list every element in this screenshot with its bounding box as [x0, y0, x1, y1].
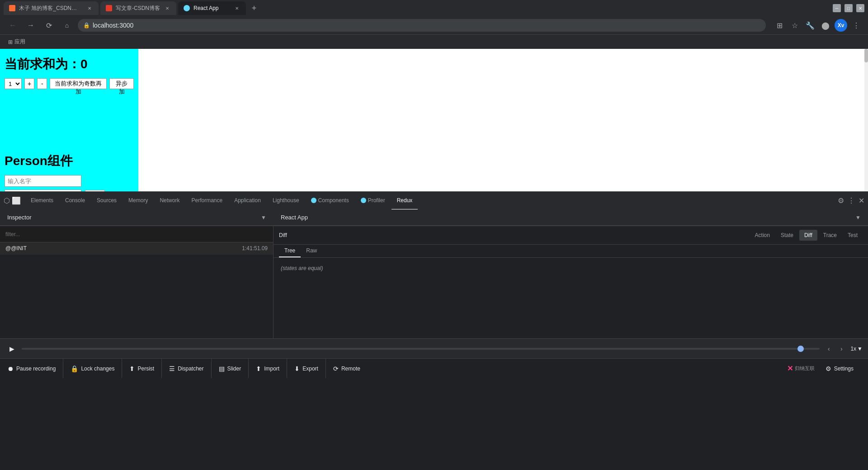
- persist-icon: ⬆: [129, 365, 135, 372]
- tab-application[interactable]: Application: [229, 192, 266, 210]
- counter-controls: 1 + - 当前求和为奇数再加 异步加: [5, 78, 134, 89]
- action-item-init[interactable]: @@INIT 1:41:51.09: [0, 242, 273, 255]
- inspector-title: Inspector: [7, 214, 31, 221]
- lock-changes-control[interactable]: 🔒 Lock changes: [63, 359, 122, 378]
- url-bar[interactable]: 🔒 localhost:3000: [78, 19, 766, 32]
- tab-csdn-blog[interactable]: 木子 旭的博客_CSDN博客-reac ✕: [4, 1, 99, 15]
- prev-button[interactable]: ‹: [823, 343, 834, 354]
- extension-button[interactable]: 🔧: [804, 19, 816, 32]
- slider-control[interactable]: ▤ Slider: [212, 359, 249, 378]
- more-icon[interactable]: ⋮: [848, 196, 855, 205]
- persist-control[interactable]: ⬆ Persist: [122, 359, 162, 378]
- filter-input[interactable]: [0, 226, 273, 242]
- r-tab-trace[interactable]: Trace: [818, 230, 842, 241]
- tab3-close[interactable]: ✕: [233, 5, 241, 12]
- age-input[interactable]: [5, 190, 81, 191]
- pause-recording-control[interactable]: ⏺ Pause recording: [7, 359, 63, 378]
- r-tab-state[interactable]: State: [776, 230, 798, 241]
- bookmark-apps[interactable]: ⊞ 应用: [5, 37, 28, 47]
- redux-action-list-panel: @@INIT 1:41:51.09: [0, 226, 274, 338]
- react-icon: [311, 198, 316, 203]
- settings-control[interactable]: ⚙ Settings: [818, 365, 861, 372]
- tab-lighthouse[interactable]: Lighthouse: [267, 192, 305, 210]
- tab-sources[interactable]: Sources: [91, 192, 122, 210]
- tab-console[interactable]: Console: [60, 192, 90, 210]
- minimize-button[interactable]: ─: [833, 4, 841, 12]
- reload-button[interactable]: ⟳: [42, 18, 56, 33]
- new-tab-button[interactable]: +: [248, 2, 260, 14]
- tab-write-blog[interactable]: 写文章-CSDN博客 ✕: [100, 1, 176, 15]
- r-tab-test[interactable]: Test: [843, 230, 863, 241]
- tab2-favicon: [106, 5, 112, 11]
- tab2-close[interactable]: ✕: [164, 5, 171, 12]
- tab-network[interactable]: Network: [154, 192, 185, 210]
- add-person-button[interactable]: 添加: [85, 190, 105, 192]
- remote-control[interactable]: ⟳ Remote: [326, 359, 368, 378]
- profile-button[interactable]: Xv: [835, 19, 847, 32]
- tab-react-app[interactable]: React App ✕: [178, 1, 246, 15]
- scrollbar[interactable]: [864, 49, 868, 191]
- r-tab-action[interactable]: Action: [750, 230, 775, 241]
- inspector-dropdown-icon[interactable]: ▼: [261, 214, 266, 221]
- dispatcher-label: Dispatcher: [178, 366, 203, 372]
- tab1-label: 木子 旭的博客_CSDN博客-reac: [19, 5, 82, 12]
- timeline-track[interactable]: [22, 348, 820, 350]
- tab-redux[interactable]: Redux: [392, 192, 418, 210]
- persist-label: Persist: [137, 366, 154, 372]
- c-tab-tree[interactable]: Tree: [279, 245, 301, 257]
- c-tab-raw[interactable]: Raw: [301, 245, 322, 257]
- settings-icon[interactable]: ⚙: [838, 196, 844, 205]
- translate-button[interactable]: ⊞: [773, 19, 786, 32]
- tab-elements[interactable]: Elements: [25, 192, 59, 210]
- speed-label: 1x: [850, 346, 856, 352]
- action-name: @@INIT: [5, 245, 27, 252]
- export-icon: ⬇: [294, 365, 300, 372]
- menu-button[interactable]: ⋮: [850, 19, 863, 32]
- r-tab-diff[interactable]: Diff: [799, 230, 817, 241]
- counter-select[interactable]: 1: [5, 78, 22, 89]
- next-button[interactable]: ›: [836, 343, 847, 354]
- react-app-dropdown-icon[interactable]: ▼: [855, 214, 861, 221]
- minus-button[interactable]: -: [37, 78, 47, 89]
- export-control[interactable]: ⬇ Export: [287, 359, 326, 378]
- async-add-button[interactable]: 异步加: [109, 78, 134, 89]
- remote-label: Remote: [341, 366, 360, 372]
- speed-selector[interactable]: 1x ▼: [850, 346, 863, 352]
- close-devtools-icon[interactable]: ✕: [859, 196, 864, 205]
- redux-action-tabs: Action State Diff Trace Test: [750, 230, 863, 241]
- lock-icon: 🔒: [71, 365, 78, 372]
- name-input[interactable]: [5, 175, 81, 187]
- import-control[interactable]: ⬆ Import: [249, 359, 287, 378]
- tab-performance[interactable]: Performance: [186, 192, 228, 210]
- add-button[interactable]: +: [24, 78, 34, 89]
- close-button[interactable]: ✕: [856, 4, 864, 12]
- cyan-box: 当前求和为：0 1 + - 当前求和为奇数再加 异步加 Person组件 添加: [0, 49, 138, 191]
- scrollbar-thumb[interactable]: [864, 49, 868, 62]
- media-button[interactable]: ⬤: [819, 19, 832, 32]
- xstate-logo: ✕ 归纳互联: [787, 364, 815, 373]
- pause-recording-label: Pause recording: [16, 366, 56, 372]
- profiler-icon: [361, 198, 366, 203]
- timeline-thumb[interactable]: [797, 346, 804, 352]
- device-icon[interactable]: ⬜: [12, 196, 21, 205]
- forward-button[interactable]: →: [24, 18, 38, 33]
- home-button[interactable]: ⌂: [60, 18, 74, 33]
- action-controls-row: ⏺ Pause recording 🔒 Lock changes ⬆ Persi…: [0, 358, 868, 378]
- tab-components[interactable]: Components: [306, 192, 354, 210]
- play-button[interactable]: ▶: [5, 342, 18, 355]
- settings-icon: ⚙: [826, 365, 831, 372]
- tab1-favicon: [9, 5, 15, 11]
- tab1-close[interactable]: ✕: [86, 5, 93, 12]
- redux-diff-content: (states are equal): [274, 258, 868, 279]
- inspect-icon[interactable]: ⬡: [4, 196, 10, 205]
- add-odd-button[interactable]: 当前求和为奇数再加: [50, 78, 107, 89]
- back-button[interactable]: ←: [5, 18, 20, 33]
- maximize-button[interactable]: □: [844, 4, 853, 12]
- page-content: 当前求和为：0 1 + - 当前求和为奇数再加 异步加 Person组件 添加: [0, 49, 868, 191]
- diff-label: Diff: [279, 232, 287, 238]
- tab-profiler[interactable]: Profiler: [355, 192, 391, 210]
- bookmark-button[interactable]: ☆: [788, 19, 801, 32]
- tab-memory[interactable]: Memory: [123, 192, 153, 210]
- dispatcher-control[interactable]: ☰ Dispatcher: [162, 359, 211, 378]
- react-app-title: React App: [281, 214, 308, 221]
